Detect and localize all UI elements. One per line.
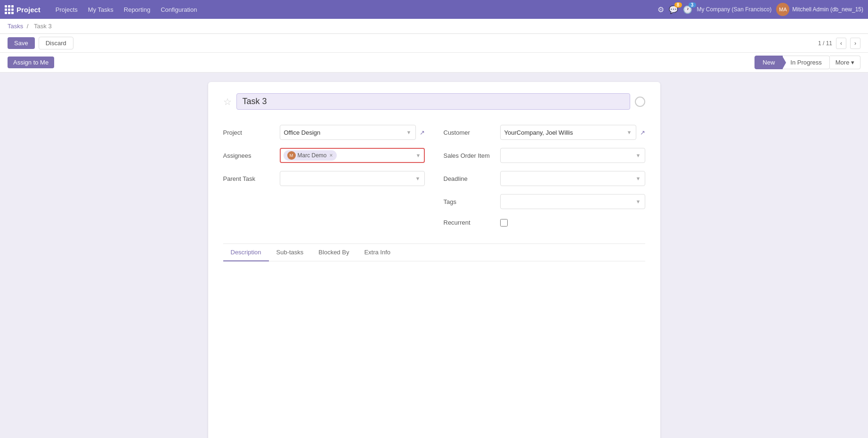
chat-icon[interactable]: 💬 8 (669, 5, 678, 14)
parent-task-select[interactable]: ▼ (280, 171, 425, 186)
assignee-avatar: M (287, 151, 296, 160)
assignee-remove-icon[interactable]: × (330, 152, 333, 159)
project-value: Office Design ▼ ↗ (280, 125, 425, 140)
project-external-link-icon[interactable]: ↗ (420, 129, 425, 136)
deadline-value: ▼ (500, 171, 645, 186)
nav-reporting[interactable]: Reporting (119, 4, 155, 15)
status-new-button[interactable]: New (754, 56, 783, 69)
customer-arrow-icon: ▼ (627, 130, 632, 135)
tabs-section: Description Sub-tasks Blocked By Extra I… (223, 243, 645, 261)
customer-select[interactable]: YourCompany, Joel Willis ▼ (500, 125, 636, 140)
project-arrow-icon: ▼ (406, 130, 412, 135)
assign-to-me-button[interactable]: Assign to Me (8, 57, 54, 68)
favorite-star-icon[interactable]: ☆ (223, 96, 232, 107)
deadline-field-row: Deadline ▼ (444, 167, 645, 190)
deadline-arrow-icon: ▼ (636, 176, 641, 181)
assignees-arrow-icon: ▼ (416, 153, 421, 158)
parent-task-label: Parent Task (223, 175, 280, 182)
app-name: Project (16, 6, 41, 14)
deadline-label: Deadline (444, 175, 500, 182)
save-button[interactable]: Save (8, 37, 35, 49)
app-logo[interactable]: Project (5, 5, 41, 14)
tags-label: Tags (444, 198, 500, 205)
form-fields: Project Office Design ▼ ↗ Assignees (223, 121, 645, 232)
activity-badge: 3 (689, 2, 696, 8)
form-fields-left: Project Office Design ▼ ↗ Assignees (223, 121, 425, 232)
tab-subtasks[interactable]: Sub-tasks (269, 244, 311, 261)
breadcrumb: Tasks / Task 3 (8, 23, 54, 30)
tab-description[interactable]: Description (223, 244, 269, 261)
activity-icon[interactable]: 🕐 3 (683, 5, 692, 14)
company-name: My Company (San Francisco) (697, 6, 772, 13)
pagination-info: 1 / 11 (818, 40, 832, 47)
tags-arrow-icon: ▼ (636, 199, 641, 204)
sales-order-label: Sales Order Item (444, 152, 500, 159)
breadcrumb-bar: Tasks / Task 3 (0, 19, 868, 34)
status-bar: Assign to Me New In Progress More ▾ (0, 53, 868, 73)
customer-external-link-icon[interactable]: ↗ (640, 129, 645, 136)
parent-task-value: ▼ (280, 171, 425, 186)
sales-order-select[interactable]: ▼ (500, 148, 645, 163)
customer-label: Customer (444, 129, 500, 136)
topnav-right: ⚙ 💬 8 🕐 3 My Company (San Francisco) MA … (657, 3, 863, 16)
sales-order-value: ▼ (500, 148, 645, 163)
customer-field-row: Customer YourCompany, Joel Willis ▼ ↗ (444, 121, 645, 144)
form-fields-right: Customer YourCompany, Joel Willis ▼ ↗ Sa… (444, 121, 645, 232)
settings-icon[interactable]: ⚙ (657, 5, 664, 14)
assignee-tag: M Marc Demo × (284, 150, 337, 161)
pagination-next[interactable]: › (850, 38, 860, 49)
discard-button[interactable]: Discard (39, 37, 73, 49)
main-content: ☆ Project Office Design ▼ ↗ (0, 73, 868, 438)
customer-value: YourCompany, Joel Willis ▼ ↗ (500, 125, 645, 140)
action-bar-right: 1 / 11 ‹ › (818, 38, 860, 49)
assignees-value: M Marc Demo × ▼ (280, 148, 425, 163)
tab-extra-info[interactable]: Extra Info (357, 244, 398, 261)
user-avatar: MA (776, 3, 789, 16)
status-circle[interactable] (635, 97, 645, 107)
status-buttons: New In Progress More ▾ (754, 56, 860, 69)
user-name: Mitchell Admin (db_new_15) (792, 6, 863, 13)
recurrent-checkbox[interactable] (500, 219, 508, 227)
assignees-select[interactable]: M Marc Demo × ▼ (280, 148, 425, 163)
pagination-prev[interactable]: ‹ (836, 38, 846, 49)
project-select[interactable]: Office Design ▼ (280, 125, 416, 140)
breadcrumb-parent[interactable]: Tasks (8, 23, 23, 30)
customer-text: YourCompany, Joel Willis (504, 129, 573, 136)
tags-value: ▼ (500, 194, 645, 209)
recurrent-field-row: Recurrent (444, 213, 645, 232)
user-menu[interactable]: MA Mitchell Admin (db_new_15) (776, 3, 863, 16)
recurrent-value (500, 219, 645, 227)
parent-task-arrow-icon: ▼ (415, 176, 421, 181)
task-name-input[interactable] (236, 93, 630, 110)
tags-field-row: Tags ▼ (444, 190, 645, 213)
deadline-select[interactable]: ▼ (500, 171, 645, 186)
top-navigation: Project Projects My Tasks Reporting Conf… (0, 0, 868, 19)
more-button[interactable]: More ▾ (830, 56, 860, 69)
parent-task-field-row: Parent Task ▼ (223, 167, 425, 190)
project-field-row: Project Office Design ▼ ↗ (223, 121, 425, 144)
project-label: Project (223, 129, 280, 136)
status-in-progress-button[interactable]: In Progress (783, 56, 829, 69)
form-header: ☆ (223, 93, 645, 110)
tabs-header: Description Sub-tasks Blocked By Extra I… (223, 244, 645, 261)
recurrent-label: Recurrent (444, 219, 500, 226)
action-bar: Save Discard 1 / 11 ‹ › (0, 34, 868, 53)
sales-order-field-row: Sales Order Item ▼ (444, 144, 645, 167)
breadcrumb-current: Task 3 (34, 23, 52, 30)
assignees-field-row: Assignees M Marc Demo × ▼ (223, 144, 425, 167)
nav-my-tasks[interactable]: My Tasks (83, 4, 118, 15)
assignee-name: Marc Demo (298, 152, 327, 159)
sales-order-arrow-icon: ▼ (636, 153, 641, 158)
tags-select[interactable]: ▼ (500, 194, 645, 209)
form-card: ☆ Project Office Design ▼ ↗ (208, 82, 660, 438)
assignees-label: Assignees (223, 152, 280, 159)
chat-badge: 8 (674, 2, 682, 8)
nav-projects[interactable]: Projects (51, 4, 82, 15)
nav-configuration[interactable]: Configuration (156, 4, 202, 15)
breadcrumb-separator: / (27, 23, 29, 30)
project-text: Office Design (284, 129, 321, 136)
grid-icon (5, 5, 14, 14)
nav-links: Projects My Tasks Reporting Configuratio… (51, 4, 202, 15)
tab-blocked-by[interactable]: Blocked By (311, 244, 357, 261)
